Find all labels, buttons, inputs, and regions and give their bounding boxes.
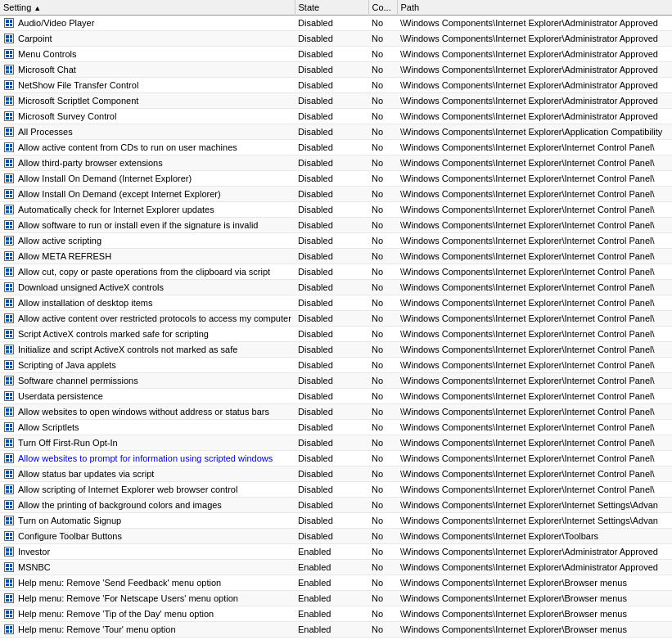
table-row[interactable]: Menu ControlsDisabledNo\Windows Componen… — [0, 47, 672, 62]
cell-state: Disabled — [295, 482, 368, 498]
cell-setting: Audio/Video Player — [0, 16, 295, 31]
cell-state: Disabled — [295, 124, 368, 140]
header-path[interactable]: Path — [397, 0, 672, 16]
table-row[interactable]: Microsoft Scriptlet ComponentDisabledNo\… — [0, 93, 672, 109]
table-row[interactable]: Script ActiveX controls marked safe for … — [0, 327, 672, 342]
cell-path: \Windows Components\Internet Explorer\In… — [397, 373, 672, 389]
table-row[interactable]: Allow ScriptletsDisabledNo\Windows Compo… — [0, 420, 672, 435]
table-row[interactable]: Help menu: Remove 'For Netscape Users' m… — [0, 591, 672, 606]
cell-state: Disabled — [295, 16, 368, 31]
table-row[interactable]: All ProcessesDisabledNo\Windows Componen… — [0, 124, 672, 140]
row-icon — [3, 126, 15, 137]
setting-label: Allow active content over restricted pro… — [18, 313, 291, 323]
table-row[interactable]: Download unsigned ActiveX controlsDisabl… — [0, 280, 672, 295]
table-row[interactable]: Microsoft Survey ControlDisabledNo\Windo… — [0, 109, 672, 124]
row-icon — [3, 282, 15, 293]
table-row[interactable]: Help menu: Remove 'Tour' menu optionEnab… — [0, 622, 672, 638]
row-icon — [3, 453, 15, 464]
cell-setting: Microsoft Scriptlet Component — [0, 93, 295, 109]
setting-label: Allow META REFRESH — [18, 251, 111, 261]
table-row[interactable]: Allow Install On Demand (except Internet… — [0, 187, 672, 202]
table-row[interactable]: Allow websites to open windows without a… — [0, 404, 672, 420]
cell-state: Disabled — [295, 466, 368, 482]
table-row[interactable]: Allow META REFRESHDisabledNo\Windows Com… — [0, 249, 672, 264]
table-row[interactable]: Help menu: Remove 'Tip of the Day' menu … — [0, 606, 672, 622]
row-icon — [3, 593, 15, 604]
header-co[interactable]: Co... — [368, 0, 397, 16]
cell-co: No — [368, 264, 397, 280]
cell-setting: Initialize and script ActiveX controls n… — [0, 342, 295, 358]
cell-co: No — [368, 218, 397, 233]
cell-state: Disabled — [295, 140, 368, 155]
cell-state: Disabled — [295, 435, 368, 451]
cell-setting: Script ActiveX controls marked safe for … — [0, 327, 295, 342]
table-row[interactable]: MSNBCEnabledNo\Windows Components\Intern… — [0, 560, 672, 575]
cell-state: Disabled — [295, 31, 368, 47]
table-row[interactable]: Allow installation of desktop itemsDisab… — [0, 295, 672, 311]
cell-state: Disabled — [295, 249, 368, 264]
setting-label: Allow active content from CDs to run on … — [18, 142, 237, 152]
cell-co: No — [368, 606, 397, 622]
cell-co: No — [368, 358, 397, 373]
row-icon — [3, 484, 15, 495]
table-row[interactable]: Microsoft ChatDisabledNo\Windows Compone… — [0, 62, 672, 78]
cell-path: \Windows Components\Internet Explorer\To… — [397, 529, 672, 544]
cell-path: \Windows Components\Internet Explorer\In… — [397, 202, 672, 218]
row-icon — [3, 375, 15, 386]
table-row[interactable]: Allow active content over restricted pro… — [0, 311, 672, 327]
table-row[interactable]: Help menu: Remove 'Send Feedback' menu o… — [0, 575, 672, 591]
table-row[interactable]: NetShow File Transfer ControlDisabledNo\… — [0, 78, 672, 93]
table-row[interactable]: Allow active scriptingDisabledNo\Windows… — [0, 233, 672, 249]
cell-path: \Windows Components\Internet Explorer\Ad… — [397, 78, 672, 93]
table-row[interactable]: Automatically check for Internet Explore… — [0, 202, 672, 218]
table-row[interactable]: Allow status bar updates via scriptDisab… — [0, 466, 672, 482]
header-state[interactable]: State — [295, 0, 368, 16]
row-icon — [3, 624, 15, 635]
table-row[interactable]: Allow Install On Demand (Internet Explor… — [0, 171, 672, 187]
table-row[interactable]: Allow active content from CDs to run on … — [0, 140, 672, 155]
row-icon — [3, 33, 15, 44]
table-row[interactable]: Turn on Automatic SignupDisabledNo\Windo… — [0, 513, 672, 529]
cell-co: No — [368, 560, 397, 575]
table-row[interactable]: Allow scripting of Internet Explorer web… — [0, 482, 672, 498]
header-setting[interactable]: Setting — [0, 0, 295, 16]
table-row[interactable]: Allow third-party browser extensionsDisa… — [0, 155, 672, 171]
table-row[interactable]: Allow software to run or install even if… — [0, 218, 672, 233]
table-row[interactable]: Audio/Video PlayerDisabledNo\Windows Com… — [0, 16, 672, 31]
table-row[interactable]: Scripting of Java appletsDisabledNo\Wind… — [0, 358, 672, 373]
table-row[interactable]: Software channel permissionsDisabledNo\W… — [0, 373, 672, 389]
table-row[interactable]: Disable Context menuEnabledNo\Windows Co… — [0, 638, 672, 641]
cell-setting: Automatically check for Internet Explore… — [0, 202, 295, 218]
table-row[interactable]: InvestorEnabledNo\Windows Components\Int… — [0, 544, 672, 560]
cell-path: \Windows Components\Internet Explorer\In… — [397, 295, 672, 311]
table-header-row: Setting State Co... Path — [0, 0, 672, 16]
cell-state: Disabled — [295, 202, 368, 218]
cell-state: Disabled — [295, 404, 368, 420]
setting-label: Help menu: Remove 'Send Feedback' menu o… — [18, 578, 221, 588]
cell-co: No — [368, 622, 397, 638]
setting-label: Menu Controls — [18, 49, 77, 59]
table-row[interactable]: Turn Off First-Run Opt-InDisabledNo\Wind… — [0, 435, 672, 451]
cell-setting: MSNBC — [0, 560, 295, 575]
table-row[interactable]: Initialize and script ActiveX controls n… — [0, 342, 672, 358]
setting-label: Help menu: Remove 'For Netscape Users' m… — [18, 593, 238, 603]
table-row[interactable]: Allow websites to prompt for information… — [0, 451, 672, 466]
cell-state: Enabled — [295, 575, 368, 591]
cell-state: Disabled — [295, 280, 368, 295]
settings-table-container[interactable]: Setting State Co... Path Audio/Video Pla… — [0, 0, 672, 640]
cell-state: Disabled — [295, 47, 368, 62]
table-row[interactable]: CarpointDisabledNo\Windows Components\In… — [0, 31, 672, 47]
cell-path: \Windows Components\Internet Explorer\In… — [397, 311, 672, 327]
row-icon — [3, 468, 15, 480]
table-row[interactable]: Configure Toolbar ButtonsDisabledNo\Wind… — [0, 529, 672, 544]
cell-path: \Windows Components\Internet Explorer\In… — [397, 389, 672, 404]
setting-label: NetShow File Transfer Control — [18, 80, 138, 90]
setting-label: Initialize and script ActiveX controls n… — [18, 345, 237, 354]
cell-path: \Windows Components\Internet Explorer\Br… — [397, 638, 672, 641]
setting-label: Configure Toolbar Buttons — [18, 531, 122, 541]
row-icon — [3, 546, 15, 557]
table-row[interactable]: Allow the printing of background colors … — [0, 498, 672, 513]
cell-co: No — [368, 513, 397, 529]
table-row[interactable]: Userdata persistenceDisabledNo\Windows C… — [0, 389, 672, 404]
table-row[interactable]: Allow cut, copy or paste operations from… — [0, 264, 672, 280]
